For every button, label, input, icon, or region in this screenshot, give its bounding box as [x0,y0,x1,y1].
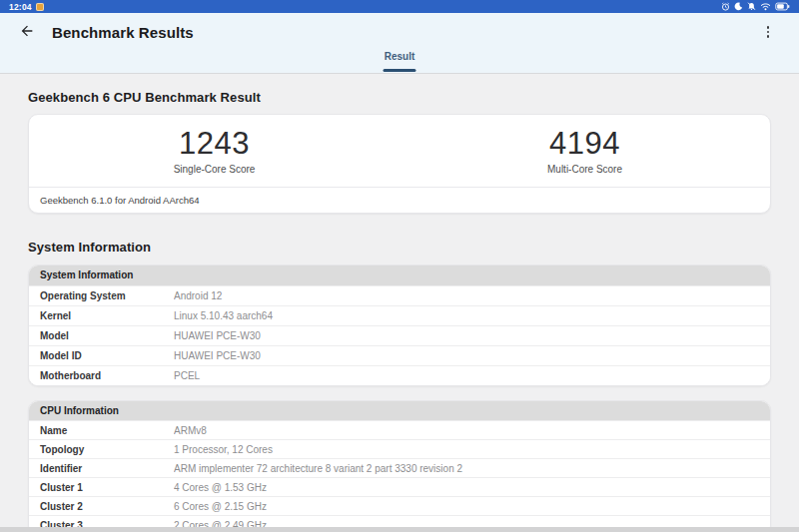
overflow-menu-button[interactable] [757,21,779,43]
row-value: Android 12 [174,290,759,301]
table-row: Motherboard PCEL [29,365,770,385]
table-row: Topology 1 Processor, 12 Cores [29,439,770,458]
table-row: Cluster 2 6 Cores @ 2.15 GHz [29,496,770,515]
back-button[interactable] [16,21,38,43]
tab-bar: Result [0,51,799,73]
multi-core-score-label: Multi-Core Score [400,164,770,175]
table-row: Cluster 1 4 Cores @ 1.53 GHz [29,477,770,496]
row-label: Motherboard [40,370,174,381]
score-card: 1243 Single-Core Score 4194 Multi-Core S… [28,114,771,214]
table-row: Model ID HUAWEI PCE-W30 [29,345,770,365]
row-value: Linux 5.10.43 aarch64 [174,310,759,321]
benchmark-result-heading: Geekbench 6 CPU Benchmark Result [28,90,771,105]
geekbench-version-footer: Geekbench 6.1.0 for Android AArch64 [29,187,770,213]
mute-icon [747,2,756,11]
row-label: Model ID [40,350,174,361]
notification-badge-icon [36,3,44,11]
row-label: Topology [40,444,174,455]
table-row: Identifier ARM implementer 72 architectu… [29,458,770,477]
table-row: Operating System Android 12 [29,285,770,305]
row-value: 6 Cores @ 2.15 GHz [174,501,759,512]
moon-icon [734,2,743,11]
table-header: CPU Information [29,401,770,420]
table-header: System Information [29,266,770,285]
tab-result-label: Result [385,51,415,62]
wifi-icon [760,2,771,11]
row-value: PCEL [174,370,759,381]
page-title: Benchmark Results [52,24,194,41]
content: Geekbench 6 CPU Benchmark Result 1243 Si… [0,90,799,532]
cpu-info-table: CPU Information Name ARMv8 Topology 1 Pr… [28,400,771,532]
row-label: Identifier [40,463,174,474]
row-value: 1 Processor, 12 Cores [174,444,759,455]
table-row: Name ARMv8 [29,420,770,439]
row-label: Model [40,330,174,341]
row-value: HUAWEI PCE-W30 [174,330,759,341]
row-value: ARM implementer 72 architecture 8 varian… [174,463,759,474]
row-value: ARMv8 [174,425,759,436]
row-label: Name [40,425,174,436]
screen: 12:04 [0,0,799,532]
single-core-score: 1243 Single-Core Score [29,127,400,175]
row-label: Kernel [40,310,174,321]
status-bar: 12:04 [0,0,799,13]
system-information-heading: System Information [28,240,771,255]
row-value: 4 Cores @ 1.53 GHz [174,482,759,493]
single-core-score-value: 1243 [29,127,400,160]
table-row: Model HUAWEI PCE-W30 [29,325,770,345]
app-bar: Benchmark Results Result [0,13,799,74]
back-arrow-icon [19,23,35,42]
kebab-menu-icon [767,26,770,38]
row-label: Cluster 1 [40,482,174,493]
alarm-icon [721,2,730,11]
single-core-score-label: Single-Core Score [29,164,400,175]
multi-core-score: 4194 Multi-Core Score [400,127,770,175]
multi-core-score-value: 4194 [400,127,770,160]
row-label: Cluster 2 [40,501,174,512]
tab-result[interactable]: Result [382,51,418,73]
system-info-table: System Information Operating System Andr… [28,265,771,386]
screen-bottom-edge [0,527,799,532]
active-tab-indicator [384,69,416,72]
row-label: Operating System [40,290,174,301]
table-row: Kernel Linux 5.10.43 aarch64 [29,305,770,325]
row-value: HUAWEI PCE-W30 [174,350,759,361]
battery-icon [775,2,790,11]
status-time: 12:04 [9,2,32,12]
